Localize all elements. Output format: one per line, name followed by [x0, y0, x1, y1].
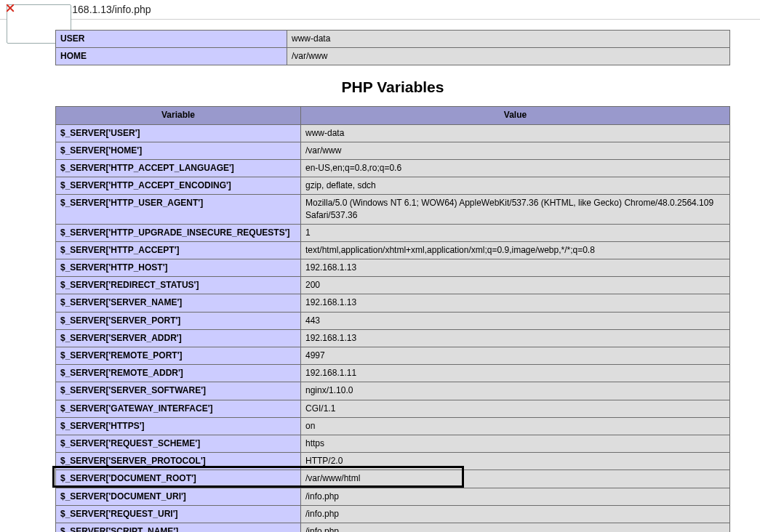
table-row: $_SERVER['HTTPS']on: [56, 417, 730, 435]
var-value: 192.168.1.13: [301, 329, 730, 347]
insecure-cert-icon: [6, 4, 17, 15]
env-value: /var/www: [287, 48, 730, 65]
browser-address-bar[interactable]: https://192.168.1.13/info.php: [0, 0, 760, 20]
var-value: 192.168.1.11: [301, 365, 730, 382]
var-key: $_SERVER['HTTP_ACCEPT_LANGUAGE']: [56, 159, 301, 177]
table-row: $_SERVER['SERVER_SOFTWARE']nginx/1.10.0: [56, 382, 730, 400]
var-value: CGI/1.1: [301, 400, 730, 417]
table-row: HOME/var/www: [56, 48, 730, 65]
var-key: $_SERVER['REQUEST_URI']: [56, 505, 301, 523]
var-value: 200: [301, 277, 730, 294]
var-key: $_SERVER['HTTP_HOST']: [56, 259, 301, 277]
col-header-value: Value: [301, 107, 730, 124]
var-value: 1: [301, 224, 730, 241]
var-value: 192.168.1.13: [301, 259, 730, 277]
table-row: $_SERVER['DOCUMENT_ROOT']/var/www/html: [56, 470, 730, 488]
var-value: text/html,application/xhtml+xml,applicat…: [301, 241, 730, 259]
table-row: $_SERVER['SERVER_PROTOCOL']HTTP/2.0: [56, 453, 730, 470]
var-key: $_SERVER['DOCUMENT_URI']: [56, 488, 301, 505]
var-key: $_SERVER['SERVER_SOFTWARE']: [56, 382, 301, 400]
var-key: $_SERVER['GATEWAY_INTERFACE']: [56, 400, 301, 417]
table-row: $_SERVER['HTTP_HOST']192.168.1.13: [56, 259, 730, 277]
environment-table: USERwww-dataHOME/var/www: [55, 30, 730, 65]
var-key: $_SERVER['REQUEST_SCHEME']: [56, 435, 301, 452]
var-value: 192.168.1.13: [301, 294, 730, 312]
var-key: $_SERVER['HTTP_UPGRADE_INSECURE_REQUESTS…: [56, 224, 301, 241]
var-value: en-US,en;q=0.8,ro;q=0.6: [301, 159, 730, 177]
col-header-variable: Variable: [56, 107, 301, 124]
var-key: $_SERVER['USER']: [56, 124, 301, 142]
table-row: $_SERVER['HTTP_ACCEPT_LANGUAGE']en-US,en…: [56, 159, 730, 177]
var-key: $_SERVER['DOCUMENT_ROOT']: [56, 470, 301, 488]
var-value: www-data: [301, 124, 730, 142]
var-value: nginx/1.10.0: [301, 382, 730, 400]
table-row: $_SERVER['HTTP_ACCEPT_ENCODING']gzip, de…: [56, 177, 730, 195]
var-value: /info.php: [301, 505, 730, 523]
var-value: /var/www/html: [301, 470, 730, 488]
table-row: $_SERVER['HOME']/var/www: [56, 142, 730, 159]
var-value: /info.php: [301, 523, 730, 532]
table-row: $_SERVER['SERVER_ADDR']192.168.1.13: [56, 329, 730, 347]
table-row: $_SERVER['SCRIPT_NAME']/info.php: [56, 523, 730, 532]
var-key: $_SERVER['SERVER_PROTOCOL']: [56, 453, 301, 470]
table-header-row: Variable Value: [56, 107, 730, 124]
var-value: on: [301, 417, 730, 435]
table-row: $_SERVER['HTTP_UPGRADE_INSECURE_REQUESTS…: [56, 224, 730, 241]
var-key: $_SERVER['HTTP_USER_AGENT']: [56, 195, 301, 224]
table-row: $_SERVER['HTTP_ACCEPT']text/html,applica…: [56, 241, 730, 259]
var-value: /var/www: [301, 142, 730, 159]
var-key: $_SERVER['HTTP_ACCEPT']: [56, 241, 301, 259]
table-row: $_SERVER['SERVER_NAME']192.168.1.13: [56, 294, 730, 312]
table-row: $_SERVER['HTTP_USER_AGENT']Mozilla/5.0 (…: [56, 195, 730, 224]
table-row: $_SERVER['REMOTE_PORT']4997: [56, 347, 730, 365]
table-row: $_SERVER['USER']www-data: [56, 124, 730, 142]
env-value: www-data: [287, 31, 730, 48]
var-key: $_SERVER['REDIRECT_STATUS']: [56, 277, 301, 294]
table-row: $_SERVER['REQUEST_SCHEME']https: [56, 435, 730, 452]
var-value: HTTP/2.0: [301, 453, 730, 470]
var-value: /info.php: [301, 488, 730, 505]
var-key: $_SERVER['SERVER_PORT']: [56, 312, 301, 329]
phpinfo-page: USERwww-dataHOME/var/www PHP Variables V…: [0, 20, 732, 532]
env-key: USER: [56, 31, 287, 48]
var-value: 4997: [301, 347, 730, 365]
table-row: $_SERVER['DOCUMENT_URI']/info.php: [56, 488, 730, 505]
var-key: $_SERVER['HOME']: [56, 142, 301, 159]
env-key: HOME: [56, 48, 287, 65]
var-key: $_SERVER['SERVER_ADDR']: [56, 329, 301, 347]
var-value: https: [301, 435, 730, 452]
var-value: 443: [301, 312, 730, 329]
var-key: $_SERVER['REMOTE_PORT']: [56, 347, 301, 365]
var-value: gzip, deflate, sdch: [301, 177, 730, 195]
table-row: $_SERVER['GATEWAY_INTERFACE']CGI/1.1: [56, 400, 730, 417]
table-row: $_SERVER['REMOTE_ADDR']192.168.1.11: [56, 365, 730, 382]
php-variables-table: Variable Value $_SERVER['USER']www-data$…: [55, 106, 730, 532]
section-heading: PHP Variables: [55, 78, 730, 96]
var-key: $_SERVER['HTTPS']: [56, 417, 301, 435]
var-key: $_SERVER['SERVER_NAME']: [56, 294, 301, 312]
table-row: $_SERVER['REDIRECT_STATUS']200: [56, 277, 730, 294]
var-key: $_SERVER['REMOTE_ADDR']: [56, 365, 301, 382]
var-value: Mozilla/5.0 (Windows NT 6.1; WOW64) Appl…: [301, 195, 730, 224]
var-key: $_SERVER['HTTP_ACCEPT_ENCODING']: [56, 177, 301, 195]
url-path: /info.php: [112, 4, 151, 15]
table-row: $_SERVER['SERVER_PORT']443: [56, 312, 730, 329]
table-row: $_SERVER['REQUEST_URI']/info.php: [56, 505, 730, 523]
table-row: USERwww-data: [56, 31, 730, 48]
var-key: $_SERVER['SCRIPT_NAME']: [56, 523, 301, 532]
